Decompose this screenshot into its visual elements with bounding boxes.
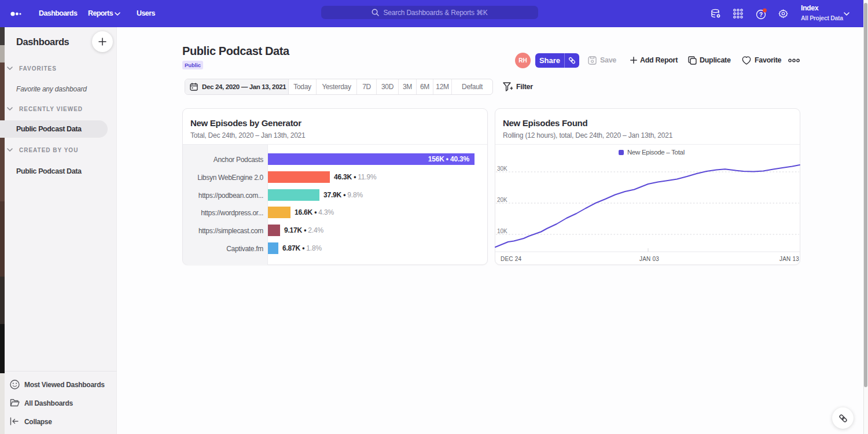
svg-text:?: ? — [759, 12, 763, 18]
